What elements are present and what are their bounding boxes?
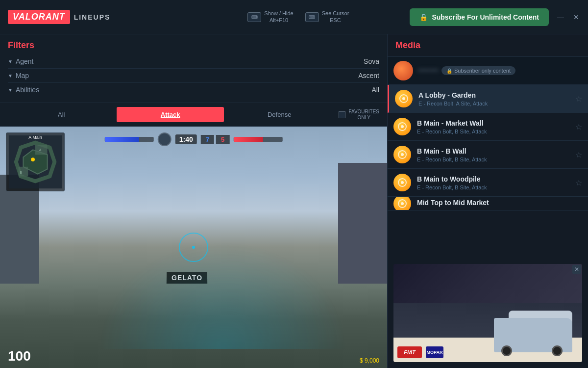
map-arrow: ▼ <box>8 73 13 79</box>
abilities-filter-label: ▼ Abilities <box>8 86 39 94</box>
abilities-arrow: ▼ <box>8 87 13 93</box>
list-item-partial[interactable]: Mid Top to Mid Market <box>388 197 588 210</box>
ad-van-wheel-right <box>552 345 563 356</box>
list-item[interactable]: B Main - Market Wall E - Recon Bolt, B S… <box>388 113 588 141</box>
subscribe-label: Subscribe For Unlimited Content <box>432 13 539 21</box>
enemy-health-bar <box>233 137 282 142</box>
list-item[interactable]: A Lobby - Garden E - Recon Bolt, A Site,… <box>388 85 588 113</box>
keyboard-icon-2: ⌨ <box>305 12 319 22</box>
map-filter-row[interactable]: ▼ Map Ascent <box>8 69 379 83</box>
ad-close-button[interactable]: ✕ <box>572 265 581 274</box>
list-item[interactable]: B Main to Woodpile E - Recon Bolt, B Sit… <box>388 169 588 197</box>
keyboard-shortcuts: ⌨ Show / Hide Alt+F10 ⌨ See Cursor ESC <box>247 10 349 23</box>
lineup-details: B Main to Woodpile E - Recon Bolt, B Sit… <box>417 175 575 190</box>
ad-van <box>494 308 572 352</box>
agent-filter-row[interactable]: ▼ Agent Sova <box>8 54 379 69</box>
list-item[interactable]: B Main - B Wall E - Recon Bolt, B Site, … <box>388 141 588 169</box>
character-model <box>77 223 368 349</box>
hud-top: 1:40 7 5 <box>105 132 283 146</box>
star-icon[interactable]: ☆ <box>575 94 582 104</box>
lineup-name: B Main - B Wall <box>417 147 575 155</box>
lock-icon: 🔒 <box>419 13 428 21</box>
ad-section: ✕ FIAT MOPAR <box>388 258 588 368</box>
lineup-sub: E - Recon Bolt, B Site, Attack <box>417 129 575 134</box>
score-red: 5 <box>216 135 229 144</box>
lineup-icon-inner <box>399 94 408 103</box>
lineup-icon-inner <box>398 122 407 131</box>
svg-point-3 <box>31 158 35 161</box>
filters-title: Filters <box>8 40 379 51</box>
see-cursor-label: See Cursor ESC <box>322 10 349 23</box>
lineup-details: Mid Top to Mid Market <box>417 199 582 208</box>
subscriber-info: •••••••••• 🔒 Subscriber only content <box>418 66 582 75</box>
right-panel: Media •••••••••• 🔒 Subscriber only conte… <box>387 34 588 368</box>
timer-display: 1:40 <box>175 134 197 144</box>
star-icon[interactable]: ☆ <box>575 178 582 187</box>
lineup-icon <box>393 197 411 210</box>
subscriber-avatar <box>393 61 413 80</box>
lineups-label: LINEUPS <box>74 13 111 21</box>
tabs-row: All Attack Defense FAVOURITES ONLY <box>0 103 387 127</box>
lineup-details: A Lobby - Garden E - Recon Bolt, A Site,… <box>418 91 575 106</box>
favourites-label: FAVOURITES ONLY <box>348 109 379 121</box>
lineup-sub: E - Recon Bolt, B Site, Attack <box>417 184 575 190</box>
hud-bottom: 100 $ 9,000 <box>0 348 387 364</box>
subscriber-only-label: Subscriber only content <box>454 68 511 74</box>
score-blue: 7 <box>201 135 214 144</box>
agent-arrow: ▼ <box>8 59 13 64</box>
svg-text:B: B <box>20 171 23 174</box>
agent-hud-icon <box>158 132 172 146</box>
lineup-icon <box>393 174 411 191</box>
favourites-checkbox[interactable] <box>339 111 345 118</box>
lineup-sub: E - Recon Bolt, A Site, Attack <box>418 101 575 106</box>
lineup-icon-inner <box>398 150 407 159</box>
logo-container: VALORANT LINEUPS <box>8 10 110 24</box>
lineup-name: B Main - Market Wall <box>417 119 575 127</box>
lock-icon: 🔒 <box>446 68 452 74</box>
ad-fiat-logo: FIAT <box>397 346 422 358</box>
subscriber-text-line: •••••••••• 🔒 Subscriber only content <box>418 66 582 75</box>
ad-van-scene: FIAT MOPAR <box>393 264 582 362</box>
lineup-details: B Main - B Wall E - Recon Bolt, B Site, … <box>417 147 575 162</box>
minimap-svg: A B <box>6 133 64 191</box>
main-layout: Filters ▼ Agent Sova ▼ Map Ascent ▼ Abil… <box>0 34 588 368</box>
map-value: Ascent <box>358 72 379 79</box>
agent-filter-label: ▼ Agent <box>8 57 34 65</box>
filters-section: Filters ▼ Agent Sova ▼ Map Ascent ▼ Abil… <box>0 34 387 103</box>
lineup-icon-inner <box>398 178 407 187</box>
score-display: 7 5 <box>201 135 229 144</box>
lineup-icon <box>393 118 411 135</box>
credits-display: $ 9,000 <box>360 357 379 364</box>
lineup-sub: E - Recon Bolt, B Site, Attack <box>417 157 575 162</box>
favourites-only[interactable]: FAVOURITES ONLY <box>339 109 379 121</box>
show-hide-label: Show / Hide Alt+F10 <box>264 10 293 23</box>
minimize-button[interactable]: — <box>555 11 566 23</box>
minimap-label: A Main <box>28 135 42 140</box>
abilities-filter-row[interactable]: ▼ Abilities All <box>8 83 379 97</box>
team-health-bar <box>105 137 154 142</box>
lineup-name: Mid Top to Mid Market <box>417 199 582 207</box>
subscriber-row: •••••••••• 🔒 Subscriber only content <box>388 57 588 85</box>
agent-value: Sova <box>364 57 379 65</box>
enemy-bar-fill <box>233 137 263 142</box>
tab-attack[interactable]: Attack <box>117 107 223 122</box>
lineup-name: B Main to Woodpile <box>417 175 575 183</box>
lineup-icon <box>393 146 411 163</box>
star-icon[interactable]: ☆ <box>575 150 582 159</box>
ad-mopar-logo: MOPAR <box>426 346 443 358</box>
team-bar-fill <box>105 137 139 142</box>
tab-defense[interactable]: Defense <box>226 107 333 122</box>
valorant-logo: VALORANT <box>8 10 70 24</box>
health-number: 100 <box>8 348 31 364</box>
subscribe-button[interactable]: 🔒 Subscribe For Unlimited Content <box>410 8 549 26</box>
svg-text:A: A <box>39 148 42 152</box>
lineup-icon-inner <box>398 199 407 208</box>
star-icon[interactable]: ☆ <box>575 122 582 131</box>
see-cursor-shortcut: ⌨ See Cursor ESC <box>305 10 349 23</box>
close-button[interactable]: ✕ <box>570 11 582 23</box>
ad-logos: FIAT MOPAR <box>397 346 443 358</box>
lineup-list: A Lobby - Garden E - Recon Bolt, A Site,… <box>388 85 588 258</box>
ad-van-wheel-left <box>501 345 512 356</box>
window-controls: — ✕ <box>555 11 582 23</box>
tab-all[interactable]: All <box>8 107 115 122</box>
